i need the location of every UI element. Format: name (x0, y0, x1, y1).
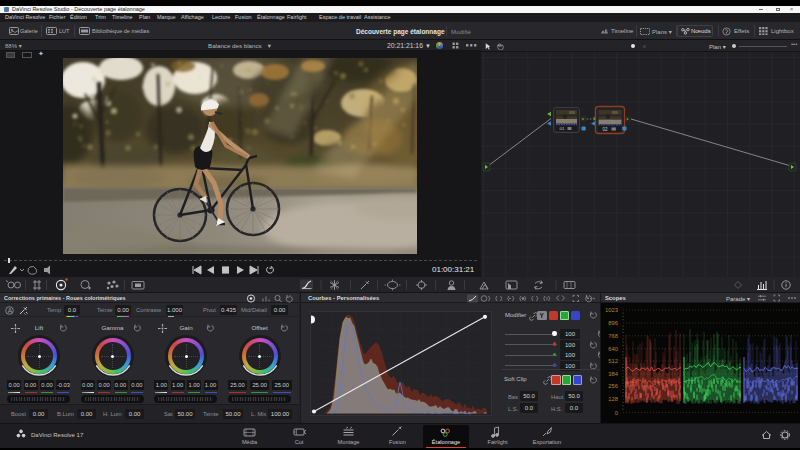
svg-text:512: 512 (608, 358, 618, 364)
svg-text:A: A (8, 307, 13, 314)
svg-text:640: 640 (608, 346, 618, 352)
svg-text:01: 01 (560, 126, 565, 131)
svg-text:Fusion: Fusion (389, 439, 406, 445)
svg-text:Fairlight: Fairlight (488, 439, 508, 445)
svg-text:Étalonnage: Étalonnage (432, 439, 460, 445)
svg-text:1023: 1023 (605, 307, 618, 313)
svg-text:768: 768 (608, 333, 618, 339)
svg-text:256: 256 (608, 383, 618, 389)
svg-text:0: 0 (615, 410, 618, 416)
svg-text:Montage: Montage (338, 439, 360, 445)
svg-text:Média: Média (242, 439, 258, 445)
svg-text:128: 128 (608, 396, 618, 402)
svg-text:02: 02 (603, 127, 609, 132)
svg-text:Exportation: Exportation (533, 439, 561, 445)
svg-text:896: 896 (608, 320, 618, 326)
svg-text:384: 384 (608, 371, 618, 377)
svg-text:Cut: Cut (295, 439, 304, 445)
